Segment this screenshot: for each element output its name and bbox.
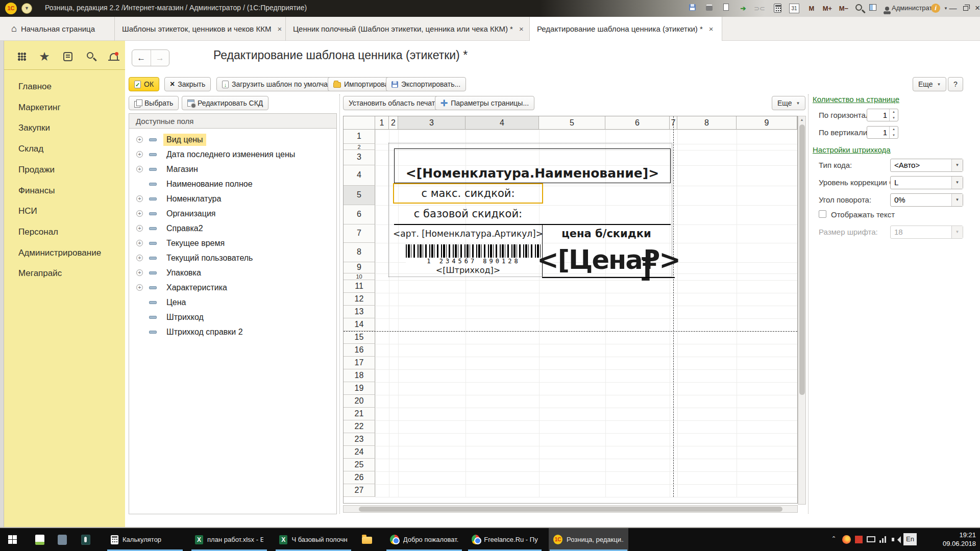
tray-volume-icon[interactable] [892, 535, 900, 544]
field-item[interactable]: +Дата последнего изменения цены [129, 147, 336, 162]
row-header-3[interactable]: 3 [344, 150, 375, 165]
tab-shelf-tag[interactable]: Ценник полочный (Шаблон этикетки, ценник… [286, 17, 530, 41]
taskbar-button-Калькулятор[interactable]: Калькулятор [106, 528, 184, 551]
field-item[interactable]: +Номенклатура [129, 191, 336, 206]
memory-add-button[interactable]: М+ [821, 4, 834, 13]
row-header-26[interactable]: 26 [344, 471, 375, 484]
field-item[interactable]: +Характеристика [129, 280, 336, 295]
zoom-icon[interactable] [853, 4, 864, 13]
template-max-discount-cell-selected[interactable]: с макс. сикдкой: [393, 183, 543, 204]
field-item[interactable]: +Наименование полное [129, 177, 336, 191]
template-nomenclature-cell[interactable]: <[Номенклатура.Наименование]> [394, 148, 671, 183]
sidebar-item-2[interactable]: Маркетинг [18, 99, 120, 116]
expand-plus-icon[interactable]: + [136, 166, 143, 172]
row-header-4[interactable]: 4 [344, 165, 375, 186]
row-header-22[interactable]: 22 [344, 420, 375, 433]
row-header-5[interactable]: 5 [344, 186, 375, 205]
field-item[interactable]: +Штрихкод справки 2 [129, 324, 336, 339]
sidebar-item-8[interactable]: Персонал [18, 223, 120, 241]
ok-button[interactable]: ✓ ОК [129, 77, 159, 91]
expand-plus-icon[interactable]: + [136, 195, 143, 202]
sidebar-item-10[interactable]: Мегапрайс [18, 265, 120, 282]
expand-plus-icon[interactable]: + [136, 240, 143, 246]
sidebar-item-9[interactable]: Администрирование [18, 244, 120, 262]
template-price-cell[interactable]: <[Цена₽]> [542, 242, 675, 277]
right-splitter[interactable] [808, 94, 808, 514]
tray-network-icon[interactable] [879, 535, 888, 544]
tray-app-icon[interactable] [855, 536, 863, 543]
taskbar-button-explorer[interactable] [357, 528, 380, 551]
info-icon[interactable]: i [931, 4, 940, 13]
field-item[interactable]: +Цена [129, 295, 336, 310]
field-item[interactable]: +Организация [129, 206, 336, 221]
all-functions-icon[interactable] [15, 50, 29, 63]
column-header-9[interactable]: 9 [737, 116, 797, 130]
barcode-settings-link[interactable]: Настройки штрихкода [813, 145, 891, 154]
rotation-select[interactable]: 0% ▼ [890, 193, 963, 207]
form-more-button[interactable]: Еще ▼ [913, 77, 946, 91]
template-price-header-cell[interactable]: цена б/скидки [542, 225, 671, 242]
template-article-cell[interactable]: <арт. [Номенклатура.Артикул]> [394, 225, 542, 242]
start-button[interactable] [0, 528, 24, 551]
qr-level-select[interactable]: L ▼ [890, 176, 963, 189]
export-button[interactable]: Экспортировать... [386, 77, 466, 91]
row-header-11[interactable]: 11 [344, 280, 375, 293]
template-barcode-caption-cell[interactable]: <[Штрихкод]> [394, 264, 542, 276]
row-header-7[interactable]: 7 [344, 224, 375, 243]
horizontal-count-stepper[interactable]: 1 ▲▼ [867, 109, 898, 121]
row-header-27[interactable]: 27 [344, 484, 375, 497]
tab-close-icon[interactable]: × [709, 24, 714, 33]
row-header-8[interactable]: 8 [344, 243, 375, 262]
row-header-16[interactable]: 16 [344, 344, 375, 357]
taskbar-button-Ч базовый полочн...[interactable]: XЧ базовый полочн... [275, 528, 352, 551]
restore-button[interactable] [960, 3, 972, 14]
taskbar-button-Розница, редакци...[interactable]: 1СРозница, редакци... [549, 528, 628, 551]
row-header-24[interactable]: 24 [344, 446, 375, 459]
field-item[interactable]: +Штрихкод [129, 310, 336, 324]
taskbar-button-план работ.xlsx - E...[interactable]: Xплан работ.xlsx - E... [190, 528, 268, 551]
pinned-app-3[interactable] [75, 528, 97, 551]
left-splitter[interactable] [339, 94, 340, 514]
row-header-21[interactable]: 21 [344, 408, 375, 420]
column-header-4[interactable]: 4 [465, 116, 539, 130]
select-field-button[interactable]: Выбрать [129, 96, 179, 110]
tray-display-icon[interactable] [867, 536, 875, 542]
save-icon[interactable] [687, 4, 697, 13]
history-icon[interactable] [61, 50, 75, 63]
scroll-up-icon[interactable]: ▲ [798, 116, 805, 123]
template-base-discount-cell[interactable]: с базовой скидкой: [394, 204, 542, 224]
show-text-checkbox[interactable] [819, 210, 826, 218]
row-header-9[interactable]: 9 [344, 262, 375, 273]
sidebar-item-6[interactable]: Финансы [18, 182, 120, 199]
template-spreadsheet[interactable]: 123456789 123456789101112131415161718192… [343, 116, 798, 504]
vertical-count-stepper[interactable]: 1 ▲▼ [867, 126, 898, 139]
memory-subtract-button[interactable]: М− [837, 4, 850, 13]
pinned-app-2[interactable] [51, 528, 74, 551]
search-icon[interactable] [85, 50, 98, 63]
tab-templates[interactable]: Шаблоны этикеток, ценников и чеков ККМ × [115, 17, 286, 41]
sidebar-item-4[interactable]: Склад [18, 140, 120, 158]
tab-home[interactable]: ⌂ Начальная страница [4, 17, 115, 41]
row-header-19[interactable]: 19 [344, 382, 375, 395]
edit-skd-button[interactable]: Редактировать СКД [182, 96, 268, 110]
pinned-app-1[interactable] [29, 528, 51, 551]
field-item[interactable]: +Магазин [129, 162, 336, 177]
field-item[interactable]: +Упаковка [129, 265, 336, 280]
field-item[interactable]: +Вид цены [129, 132, 336, 147]
memory-recall-button[interactable]: М [806, 4, 817, 13]
row-header-10[interactable]: 10 [344, 273, 375, 280]
spinner-arrows[interactable]: ▲▼ [889, 109, 898, 121]
back-button[interactable]: ← [132, 50, 151, 66]
combo-arrow-icon[interactable]: ▼ [951, 159, 963, 171]
vertical-scrollbar-thumb[interactable] [799, 124, 805, 395]
main-menu-button[interactable]: ▼ [21, 3, 32, 14]
spinner-arrows[interactable]: ▲▼ [889, 127, 898, 138]
tab-close-icon[interactable]: × [519, 24, 524, 33]
row-header-1[interactable]: 1 [344, 130, 375, 144]
code-type-select[interactable]: <Авто> ▼ [890, 159, 963, 172]
field-item[interactable]: +Справка2 [129, 221, 336, 236]
field-item[interactable]: +Текущее время [129, 236, 336, 251]
close-button[interactable]: × [971, 3, 980, 14]
field-item[interactable]: +Текущий пользователь [129, 251, 336, 265]
column-header-2[interactable]: 2 [389, 116, 398, 130]
